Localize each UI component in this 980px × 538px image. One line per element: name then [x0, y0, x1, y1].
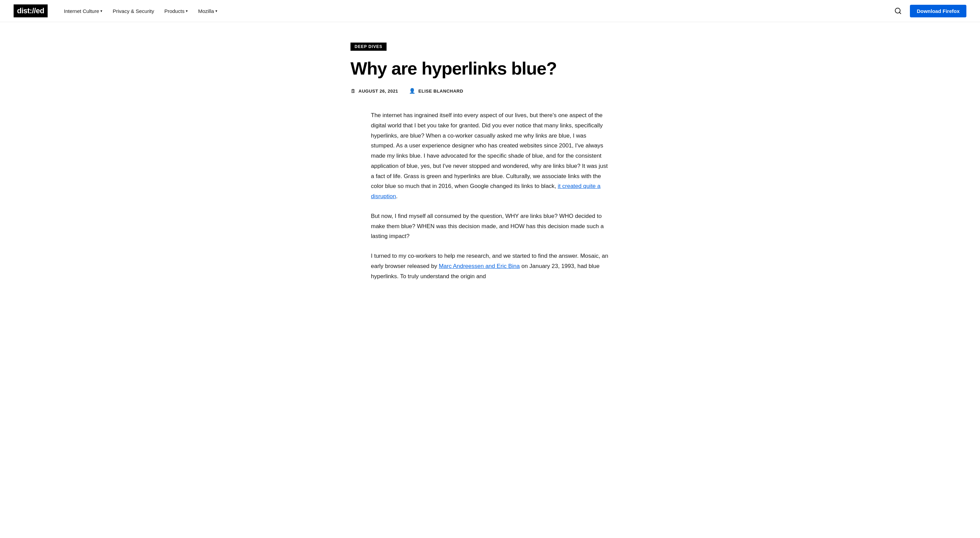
- article-content: DEEP DIVES Why are hyperlinks blue? 🗓 AU…: [337, 22, 643, 318]
- search-icon: [894, 7, 902, 14]
- nav-label-mozilla: Mozilla: [198, 8, 214, 14]
- article-date: 🗓 AUGUST 26, 2021: [350, 88, 398, 94]
- disruption-link[interactable]: it created quite a disruption: [371, 183, 601, 200]
- nav-item-internet-culture[interactable]: Internet Culture ▾: [60, 5, 107, 17]
- nav-label-privacy-security: Privacy & Security: [113, 8, 154, 14]
- andreessen-bina-link[interactable]: Marc Andreessen and Eric Bina: [439, 263, 520, 269]
- nav-item-mozilla[interactable]: Mozilla ▾: [194, 5, 221, 17]
- article-meta: 🗓 AUGUST 26, 2021 👤 ELISE BLANCHARD: [350, 88, 630, 94]
- nav-label-products: Products: [164, 8, 185, 14]
- nav-item-privacy-security[interactable]: Privacy & Security: [108, 5, 158, 17]
- article-date-text: AUGUST 26, 2021: [359, 89, 398, 94]
- site-logo[interactable]: dist://ed: [14, 5, 48, 18]
- article-paragraph-1: The internet has ingrained itself into e…: [371, 110, 609, 201]
- nav-label-internet-culture: Internet Culture: [64, 8, 99, 14]
- download-firefox-button[interactable]: Download Firefox: [910, 5, 966, 18]
- article-author-text: ELISE BLANCHARD: [418, 89, 463, 94]
- logo-wrapper[interactable]: dist://ed: [14, 5, 48, 18]
- nav-item-products[interactable]: Products ▾: [160, 5, 192, 17]
- article-author: 👤 ELISE BLANCHARD: [409, 88, 463, 94]
- chevron-down-icon-mozilla: ▾: [215, 9, 218, 13]
- nav-right: Download Firefox: [891, 5, 966, 18]
- nav-links: Internet Culture ▾ Privacy & Security Pr…: [60, 5, 891, 17]
- chevron-down-icon-products: ▾: [186, 9, 188, 13]
- navigation: dist://ed Internet Culture ▾ Privacy & S…: [0, 0, 980, 22]
- chevron-down-icon: ▾: [100, 9, 102, 13]
- article-title: Why are hyperlinks blue?: [350, 59, 630, 78]
- article-body: The internet has ingrained itself into e…: [371, 110, 609, 281]
- category-badge[interactable]: DEEP DIVES: [350, 43, 387, 51]
- svg-line-1: [899, 12, 901, 14]
- person-icon: 👤: [409, 88, 416, 94]
- article-paragraph-3: I turned to my co-workers to help me res…: [371, 251, 609, 281]
- article-paragraph-2: But now, I find myself all consumed by t…: [371, 211, 609, 241]
- calendar-icon: 🗓: [350, 88, 356, 94]
- search-button[interactable]: [891, 5, 904, 18]
